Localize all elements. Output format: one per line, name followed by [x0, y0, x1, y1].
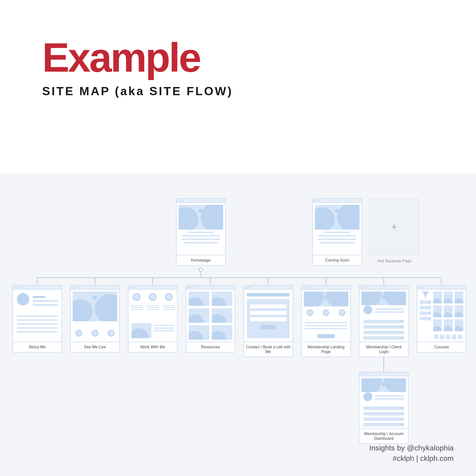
- footer-line1: Insights by @chykalophia: [369, 443, 454, 453]
- svg-point-0: [199, 268, 203, 271]
- node-about-me[interactable]: About Me: [12, 285, 62, 353]
- page-title: Example: [42, 37, 434, 78]
- footer-line2: #cklph | cklph.com: [369, 453, 454, 464]
- node-label: Homepage: [176, 255, 226, 266]
- page-subtitle: SITE MAP (aka SITE FLOW): [42, 84, 434, 98]
- node-account-dashboard[interactable]: Membership / Account Dashboard: [359, 372, 409, 444]
- node-membership-landing[interactable]: Membership Landing Page: [301, 285, 351, 357]
- node-label: Courses: [417, 342, 466, 353]
- node-contact[interactable]: Contact / Book a call with Me: [243, 285, 293, 357]
- sitemap-canvas: Homepage Coming Soon + Add Separate Page…: [0, 174, 476, 476]
- node-see-me-live[interactable]: See Me Live: [70, 285, 120, 353]
- node-label: Coming Soon: [312, 255, 362, 266]
- node-label: About Me: [12, 342, 62, 353]
- node-label: Work With Me: [128, 342, 178, 353]
- node-resources[interactable]: Resources: [186, 285, 235, 353]
- header: Example SITE MAP (aka SITE FLOW): [0, 0, 476, 118]
- footer-credits: Insights by @chykalophia #cklph | cklph.…: [369, 443, 454, 464]
- add-page-button[interactable]: + Add Separate Page: [369, 198, 419, 267]
- node-homepage[interactable]: Homepage: [176, 198, 226, 266]
- node-label: Membership Landing Page: [301, 342, 351, 357]
- node-label: Membership / Client Login: [359, 342, 409, 357]
- node-label: Membership / Account Dashboard: [359, 429, 409, 444]
- node-coming-soon[interactable]: Coming Soon: [312, 198, 362, 266]
- node-courses[interactable]: Courses: [417, 285, 466, 353]
- node-label: See Me Live: [70, 342, 120, 353]
- node-membership-login[interactable]: Membership / Client Login: [359, 285, 409, 357]
- node-label: Add Separate Page: [369, 255, 419, 267]
- node-work-with-me[interactable]: Work With Me: [128, 285, 178, 353]
- filter-icon: [422, 292, 429, 298]
- node-label: Contact / Book a call with Me: [243, 342, 293, 357]
- node-label: Resources: [186, 342, 235, 353]
- plus-icon: +: [391, 221, 397, 233]
